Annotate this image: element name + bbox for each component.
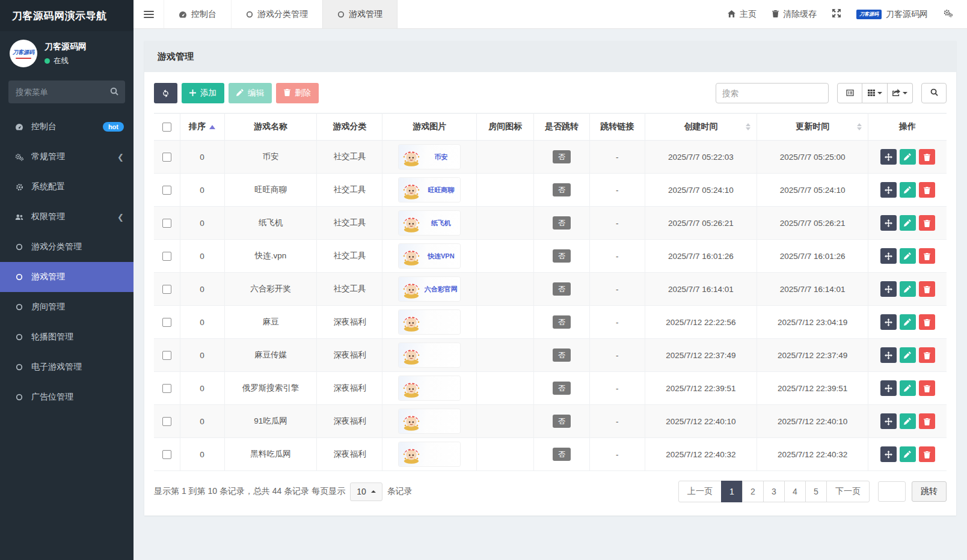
cell-sort: 0 <box>180 372 224 405</box>
delete-row-button[interactable] <box>919 248 935 264</box>
col-created[interactable]: 创建时间 <box>645 114 757 141</box>
edit-row-button[interactable] <box>900 281 916 297</box>
pagination-toggle-button[interactable] <box>837 83 862 103</box>
page-size-dropdown[interactable]: 10 <box>350 482 382 501</box>
page-button-5[interactable]: 5 <box>805 481 827 502</box>
page-jump-input[interactable] <box>878 481 906 502</box>
cell-jump-link: - <box>590 438 645 471</box>
columns-dropdown-button[interactable] <box>862 83 888 103</box>
cell-game-image <box>382 372 477 405</box>
clear-cache-link[interactable]: 清除缓存 <box>772 9 817 20</box>
jump-badge: 否 <box>553 249 571 263</box>
delete-row-button[interactable] <box>919 413 935 429</box>
search-button[interactable] <box>921 83 947 103</box>
delete-row-button[interactable] <box>919 182 935 198</box>
move-button[interactable] <box>880 182 897 198</box>
edit-row-button[interactable] <box>900 347 916 363</box>
prev-page-button[interactable]: 上一页 <box>678 481 722 502</box>
sidebar-item-9[interactable]: 广告位管理 <box>0 382 134 412</box>
page-jump-button[interactable]: 跳转 <box>912 481 947 502</box>
site-link[interactable]: 刀客源码 刀客源码网 <box>856 9 928 20</box>
move-button[interactable] <box>880 413 897 429</box>
top-tab-1[interactable]: 游戏分类管理 <box>231 0 322 28</box>
row-checkbox[interactable] <box>162 351 171 360</box>
top-tab-2[interactable]: 游戏管理 <box>322 0 398 28</box>
row-checkbox[interactable] <box>162 417 171 426</box>
page-button-3[interactable]: 3 <box>763 481 785 502</box>
edit-row-button[interactable] <box>900 413 916 429</box>
row-checkbox[interactable] <box>162 450 171 459</box>
row-checkbox[interactable] <box>162 285 171 294</box>
delete-row-button[interactable] <box>919 281 935 297</box>
cell-game-name: 俄罗斯搜索引擎 <box>224 372 317 405</box>
fullscreen-button[interactable] <box>832 9 841 19</box>
edit-row-button[interactable] <box>900 380 916 396</box>
delete-row-button[interactable] <box>919 149 935 165</box>
row-checkbox[interactable] <box>162 153 171 162</box>
sidebar-item-3[interactable]: 权限管理 ❮ <box>0 202 134 232</box>
next-page-button[interactable]: 下一页 <box>826 481 870 502</box>
row-checkbox[interactable] <box>162 219 171 228</box>
add-button[interactable]: 添加 <box>182 83 224 103</box>
edit-row-button[interactable] <box>900 446 916 462</box>
row-checkbox[interactable] <box>162 384 171 393</box>
select-all-checkbox[interactable] <box>162 123 171 132</box>
settings-button[interactable] <box>944 9 953 19</box>
sidebar-item-0[interactable]: 控制台 hot <box>0 112 134 142</box>
cell-is-jump: 否 <box>533 405 589 438</box>
page-button-2[interactable]: 2 <box>742 481 764 502</box>
jump-badge: 否 <box>553 348 571 362</box>
delete-row-button[interactable] <box>919 314 935 330</box>
row-checkbox[interactable] <box>162 252 171 261</box>
sidebar-item-1[interactable]: 常规管理 ❮ <box>0 142 134 172</box>
edit-row-button[interactable] <box>900 215 916 231</box>
sidebar-item-2[interactable]: 系统配置 <box>0 172 134 202</box>
row-checkbox[interactable] <box>162 186 171 195</box>
cell-created: 2025/7/12 22:22:56 <box>645 306 757 339</box>
move-button[interactable] <box>880 281 897 297</box>
delete-row-button[interactable] <box>919 347 935 363</box>
online-dot-icon <box>45 58 50 64</box>
sidebar-item-8[interactable]: 电子游戏管理 <box>0 352 134 382</box>
sort-toggle-icon[interactable] <box>746 123 751 130</box>
move-button[interactable] <box>880 149 897 165</box>
sort-toggle-icon[interactable] <box>857 123 862 130</box>
edit-row-button[interactable] <box>900 248 916 264</box>
home-link[interactable]: 主页 <box>728 9 757 20</box>
cell-sort: 0 <box>180 273 224 306</box>
edit-row-button[interactable] <box>900 314 916 330</box>
move-button[interactable] <box>880 215 897 231</box>
move-button[interactable] <box>880 380 897 396</box>
sidebar-item-6[interactable]: 房间管理 <box>0 292 134 322</box>
page-button-4[interactable]: 4 <box>784 481 806 502</box>
delete-button[interactable]: 删除 <box>276 83 319 103</box>
cell-room-icon <box>477 306 533 339</box>
delete-row-button[interactable] <box>919 446 935 462</box>
edit-row-button[interactable] <box>900 182 916 198</box>
delete-row-button[interactable] <box>919 380 935 396</box>
refresh-button[interactable] <box>154 83 177 103</box>
col-sort[interactable]: 排序 <box>180 114 224 141</box>
sidebar-search-input[interactable] <box>8 81 125 103</box>
move-button[interactable] <box>880 314 897 330</box>
edit-row-button[interactable] <box>900 149 916 165</box>
sidebar-item-4[interactable]: 游戏分类管理 <box>0 232 134 262</box>
table-search-input[interactable] <box>716 83 829 103</box>
delete-row-button[interactable] <box>919 215 935 231</box>
col-updated[interactable]: 更新时间 <box>757 114 868 141</box>
move-button[interactable] <box>880 446 897 462</box>
move-button[interactable] <box>880 347 897 363</box>
export-dropdown-button[interactable] <box>888 83 913 103</box>
cell-updated: 2025/7/7 16:14:01 <box>757 273 868 306</box>
page-button-1[interactable]: 1 <box>721 481 743 502</box>
hamburger-icon[interactable] <box>134 0 164 28</box>
sidebar-item-5[interactable]: 游戏管理 <box>0 262 134 292</box>
table-row: 0 纸飞机 社交工具 纸飞机 否 - 2025/7/7 05:26:21 <box>154 207 947 240</box>
edit-button[interactable]: 编辑 <box>229 83 272 103</box>
sidebar-item-7[interactable]: 轮播图管理 <box>0 322 134 352</box>
top-tab-0[interactable]: 控制台 <box>164 0 231 28</box>
cell-updated: 2025/7/12 22:40:10 <box>757 405 868 438</box>
move-button[interactable] <box>880 248 897 264</box>
trash-icon <box>772 10 779 19</box>
row-checkbox[interactable] <box>162 318 171 327</box>
